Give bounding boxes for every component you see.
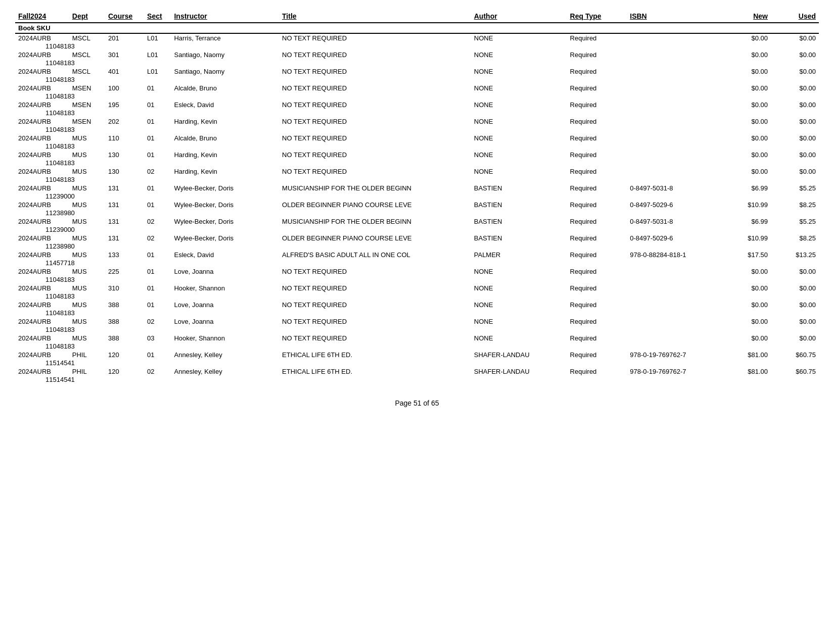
table-row: 2024AURBMUS13101Wylee-Becker, DorisMUSIC… bbox=[15, 184, 819, 192]
sku-row: 11048183 bbox=[15, 42, 819, 51]
sku-row: 11239000 bbox=[15, 192, 819, 201]
col-header-used: Used bbox=[771, 10, 819, 23]
sku-row: 11048183 bbox=[15, 176, 819, 184]
col-header-sect: Sect bbox=[144, 10, 171, 23]
sku-row: 11048183 bbox=[15, 342, 819, 351]
main-table-container: Fall2024 Dept Course Sect Instructor Tit… bbox=[15, 10, 819, 384]
sku-row: 11238980 bbox=[15, 209, 819, 217]
table-row: 2024AURBMUS38803Hooker, ShannonNO TEXT R… bbox=[15, 334, 819, 342]
sku-row: 11048183 bbox=[15, 76, 819, 84]
table-row: 2024AURBMSCL401L01Santiago, NaomyNO TEXT… bbox=[15, 67, 819, 76]
table-row: 2024AURBMUS13301Esleck, DavidALFRED'S BA… bbox=[15, 251, 819, 259]
table-row: 2024AURBMUS13102Wylee-Becker, DorisOLDER… bbox=[15, 234, 819, 242]
sku-row: 11048183 bbox=[15, 326, 819, 334]
page-footer: Page 51 of 65 bbox=[15, 399, 819, 407]
col-header-new: New bbox=[723, 10, 771, 23]
table-row: 2024AURBMUS22501Love, JoannaNO TEXT REQU… bbox=[15, 267, 819, 276]
sku-row: 11514541 bbox=[15, 359, 819, 367]
table-row: 2024AURBMSEN20201Harding, KevinNO TEXT R… bbox=[15, 117, 819, 126]
sku-row: 11048183 bbox=[15, 292, 819, 301]
col-header-course: Course bbox=[105, 10, 144, 23]
table-row: 2024AURBMSEN10001Alcalde, BrunoNO TEXT R… bbox=[15, 84, 819, 92]
book-sku-label: Book SKU bbox=[15, 23, 819, 33]
table-row: 2024AURBPHIL12002Annesley, KelleyETHICAL… bbox=[15, 367, 819, 376]
sku-row: 11239000 bbox=[15, 226, 819, 234]
col-header-fall: Fall2024 bbox=[15, 10, 69, 23]
table-row: 2024AURBMUS13102Wylee-Becker, DorisMUSIC… bbox=[15, 217, 819, 226]
table-row: 2024AURBMUS31001Hooker, ShannonNO TEXT R… bbox=[15, 284, 819, 292]
table-row: 2024AURBMSEN19501Esleck, DavidNO TEXT RE… bbox=[15, 101, 819, 109]
col-header-reqtype: Req Type bbox=[567, 10, 627, 23]
sku-row: 11048183 bbox=[15, 309, 819, 317]
sku-row: 11048183 bbox=[15, 126, 819, 134]
table-row: 2024AURBMUS38802Love, JoannaNO TEXT REQU… bbox=[15, 317, 819, 326]
book-sku-row: Book SKU bbox=[15, 23, 819, 33]
sku-row: 11048183 bbox=[15, 276, 819, 284]
header-row: Fall2024 Dept Course Sect Instructor Tit… bbox=[15, 10, 819, 23]
sku-row: 11514541 bbox=[15, 376, 819, 384]
sku-row: 11048183 bbox=[15, 109, 819, 117]
table-row: 2024AURBMSCL201L01Harris, TerranceNO TEX… bbox=[15, 33, 819, 42]
page-info: Page 51 of 65 bbox=[395, 399, 439, 407]
course-table: Fall2024 Dept Course Sect Instructor Tit… bbox=[15, 10, 819, 384]
table-row: 2024AURBPHIL12001Annesley, KelleyETHICAL… bbox=[15, 351, 819, 359]
sku-row: 11048183 bbox=[15, 159, 819, 167]
col-header-isbn: ISBN bbox=[627, 10, 723, 23]
sku-row: 11048183 bbox=[15, 59, 819, 67]
table-row: 2024AURBMUS11001Alcalde, BrunoNO TEXT RE… bbox=[15, 134, 819, 142]
table-row: 2024AURBMUS38801Love, JoannaNO TEXT REQU… bbox=[15, 301, 819, 309]
col-header-author: Author bbox=[471, 10, 567, 23]
table-row: 2024AURBMUS13101Wylee-Becker, DorisOLDER… bbox=[15, 201, 819, 209]
col-header-dept: Dept bbox=[69, 10, 105, 23]
table-row: 2024AURBMUS13001Harding, KevinNO TEXT RE… bbox=[15, 151, 819, 159]
sku-row: 11048183 bbox=[15, 92, 819, 101]
col-header-instructor: Instructor bbox=[171, 10, 279, 23]
table-row: 2024AURBMUS13002Harding, KevinNO TEXT RE… bbox=[15, 167, 819, 176]
col-header-title: Title bbox=[279, 10, 471, 23]
table-row: 2024AURBMSCL301L01Santiago, NaomyNO TEXT… bbox=[15, 51, 819, 59]
sku-row: 11238980 bbox=[15, 242, 819, 251]
sku-row: 11457718 bbox=[15, 259, 819, 267]
sku-row: 11048183 bbox=[15, 142, 819, 151]
